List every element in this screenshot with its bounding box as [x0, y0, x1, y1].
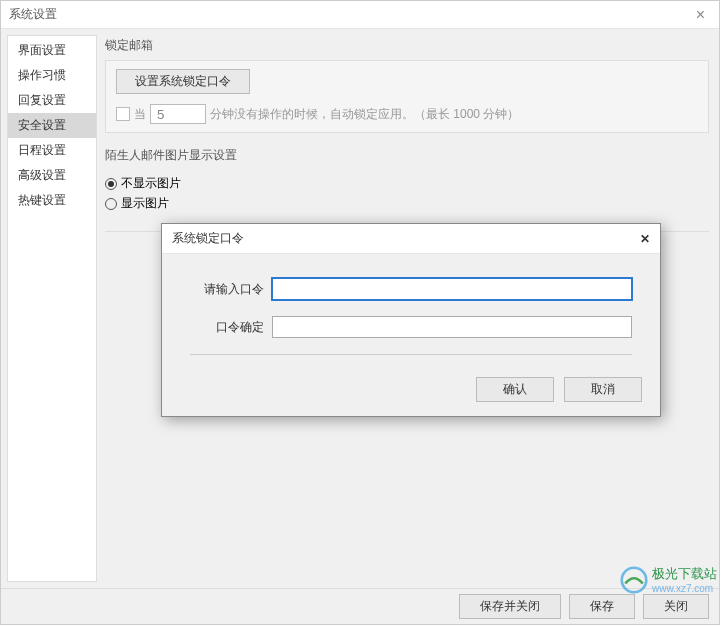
watermark-url: www.xz7.com — [652, 583, 717, 594]
sidebar-item-advanced[interactable]: 高级设置 — [8, 163, 96, 188]
radio-hide-images-label: 不显示图片 — [121, 175, 181, 192]
confirm-password-input[interactable] — [272, 316, 632, 338]
sidebar-item-ui[interactable]: 界面设置 — [8, 38, 96, 63]
set-lock-password-button[interactable]: 设置系统锁定口令 — [116, 69, 250, 94]
stranger-group-label: 陌生人邮件图片显示设置 — [105, 147, 709, 164]
svg-point-0 — [622, 567, 647, 592]
auto-lock-row: 当 分钟没有操作的时候，自动锁定应用。（最长 1000 分钟） — [116, 104, 698, 124]
dialog-ok-button[interactable]: 确认 — [476, 377, 554, 402]
password-row: 请输入口令 — [190, 278, 632, 300]
radio-show-images-label: 显示图片 — [121, 195, 169, 212]
settings-window: 系统设置 × 界面设置 操作习惯 回复设置 安全设置 日程设置 高级设置 热键设… — [0, 0, 720, 625]
radio-hide-images[interactable] — [105, 178, 117, 190]
lock-group-box: 设置系统锁定口令 当 分钟没有操作的时候，自动锁定应用。（最长 1000 分钟） — [105, 60, 709, 133]
watermark: 极光下载站 www.xz7.com — [620, 565, 717, 594]
dialog-title: 系统锁定口令 — [172, 230, 244, 247]
close-button[interactable]: 关闭 — [643, 594, 709, 619]
lock-password-dialog: 系统锁定口令 ✕ 请输入口令 口令确定 确认 取消 — [161, 223, 661, 417]
confirm-row: 口令确定 — [190, 316, 632, 338]
radio-show-images-row[interactable]: 显示图片 — [105, 195, 709, 212]
sidebar-item-reply[interactable]: 回复设置 — [8, 88, 96, 113]
dialog-close-icon[interactable]: ✕ — [640, 232, 650, 246]
footer-bar: 保存并关闭 保存 关闭 — [1, 588, 719, 624]
auto-lock-prefix: 当 — [134, 106, 146, 123]
dialog-separator — [190, 354, 632, 355]
save-button[interactable]: 保存 — [569, 594, 635, 619]
auto-lock-suffix: 分钟没有操作的时候，自动锁定应用。（最长 1000 分钟） — [210, 106, 519, 123]
titlebar: 系统设置 × — [1, 1, 719, 29]
password-label: 请输入口令 — [190, 281, 272, 298]
dialog-footer: 确认 取消 — [162, 377, 660, 416]
password-input[interactable] — [272, 278, 632, 300]
auto-lock-minutes-input[interactable] — [150, 104, 206, 124]
sidebar-item-hotkey[interactable]: 热键设置 — [8, 188, 96, 213]
settings-sidebar: 界面设置 操作习惯 回复设置 安全设置 日程设置 高级设置 热键设置 — [7, 35, 97, 582]
close-icon[interactable]: × — [690, 6, 711, 24]
auto-lock-checkbox[interactable] — [116, 107, 130, 121]
sidebar-item-schedule[interactable]: 日程设置 — [8, 138, 96, 163]
dialog-cancel-button[interactable]: 取消 — [564, 377, 642, 402]
radio-show-images[interactable] — [105, 198, 117, 210]
stranger-group-box: 不显示图片 显示图片 — [105, 170, 709, 217]
dialog-titlebar: 系统锁定口令 ✕ — [162, 224, 660, 254]
lock-group-label: 锁定邮箱 — [105, 37, 709, 54]
watermark-brand: 极光下载站 — [652, 565, 717, 583]
save-and-close-button[interactable]: 保存并关闭 — [459, 594, 561, 619]
confirm-label: 口令确定 — [190, 319, 272, 336]
sidebar-item-security[interactable]: 安全设置 — [8, 113, 96, 138]
sidebar-item-habits[interactable]: 操作习惯 — [8, 63, 96, 88]
radio-hide-images-row[interactable]: 不显示图片 — [105, 175, 709, 192]
watermark-icon — [620, 566, 648, 594]
watermark-text: 极光下载站 www.xz7.com — [652, 565, 717, 594]
dialog-body: 请输入口令 口令确定 — [162, 254, 660, 377]
window-title: 系统设置 — [9, 6, 57, 23]
